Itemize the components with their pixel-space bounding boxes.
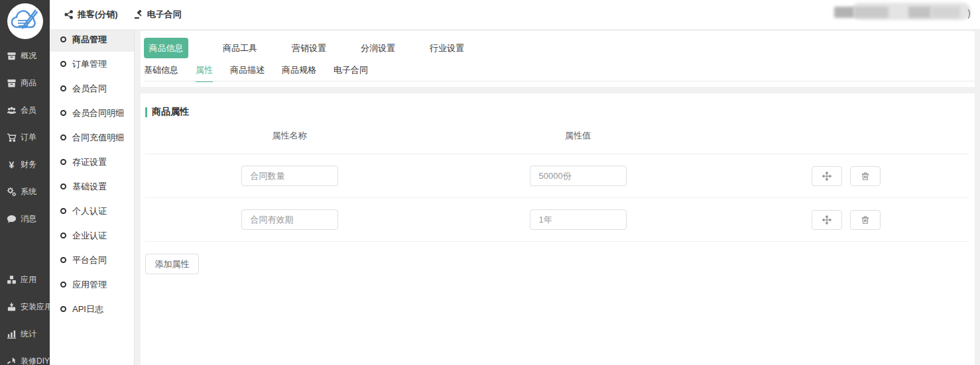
submenu-item-api-log[interactable]: API日志 bbox=[50, 297, 134, 321]
tab-marketing-settings[interactable]: 营销设置 bbox=[292, 42, 326, 54]
add-attribute-button[interactable]: 添加属性 bbox=[145, 254, 199, 274]
circle-icon bbox=[60, 208, 66, 214]
sidebar-item-members[interactable]: 会员 bbox=[0, 97, 50, 124]
tab-goods-tools[interactable]: 商品工具 bbox=[223, 42, 257, 54]
gavel-icon bbox=[134, 10, 143, 19]
attributes-card: 商品属性 属性名称 属性值 bbox=[141, 93, 975, 365]
primary-tabs: 商品信息 商品工具 营销设置 分润设置 行业设置 bbox=[141, 31, 975, 58]
sidebar-item-system[interactable]: 系统 bbox=[0, 178, 50, 205]
move-attr-button[interactable] bbox=[812, 166, 842, 186]
cloud-pen-logo-icon bbox=[7, 3, 44, 40]
tabs-card: 商品信息 商品工具 营销设置 分润设置 行业设置 基础信息 属性 商品描述 商品… bbox=[141, 31, 975, 87]
delete-attr-button[interactable] bbox=[850, 210, 881, 230]
sidebar-item-label: 安装应用 bbox=[21, 301, 50, 313]
sidebar-item-label: 订单 bbox=[21, 132, 36, 143]
sidebar-item-label: 消息 bbox=[21, 213, 36, 225]
sidebar-item-install-apps[interactable]: 安装应用 bbox=[0, 293, 50, 321]
circle-icon bbox=[60, 85, 66, 91]
sidebar-item-orders[interactable]: 订单 bbox=[0, 124, 50, 151]
sidebar-item-label: 统计 bbox=[21, 329, 36, 340]
circle-icon bbox=[60, 134, 66, 140]
submenu-item-personal-auth[interactable]: 个人认证 bbox=[50, 199, 134, 223]
redacted-block bbox=[834, 7, 854, 18]
submenu-item-label: 会员合同明细 bbox=[72, 107, 124, 119]
submenu-item-label: API日志 bbox=[72, 303, 103, 315]
attr-name-input[interactable] bbox=[241, 209, 338, 230]
tab-goods-info[interactable]: 商品信息 bbox=[144, 38, 188, 58]
secondary-tabs: 基础信息 属性 商品描述 商品规格 电子合同 bbox=[141, 64, 975, 82]
topbar-item-econtract[interactable]: 电子合同 bbox=[134, 9, 182, 21]
main-sidebar: 概况 商品 会员 订单 ¥ 财务 系统 消息 应用 安装应用 统计 装修DIY bbox=[0, 0, 50, 365]
circle-icon bbox=[60, 159, 66, 165]
orders-icon bbox=[7, 132, 17, 142]
sidebar-item-label: 概况 bbox=[21, 50, 36, 62]
submenu-item-platform-contract[interactable]: 平台合同 bbox=[50, 248, 134, 272]
section-accent-bar bbox=[145, 107, 147, 117]
submenu-item-evidence-settings[interactable]: 存证设置 bbox=[50, 150, 134, 174]
diy-icon bbox=[7, 356, 17, 365]
submenu-item-member-contract[interactable]: 会员合同 bbox=[50, 76, 134, 101]
table-row bbox=[145, 198, 969, 242]
sidebar-item-apps[interactable]: 应用 bbox=[0, 266, 50, 293]
sidebar-item-goods[interactable]: 商品 bbox=[0, 70, 50, 97]
system-icon bbox=[7, 187, 17, 197]
attributes-table: 属性名称 属性值 bbox=[145, 118, 969, 242]
circle-icon bbox=[60, 233, 66, 238]
attr-value-input[interactable] bbox=[530, 209, 627, 230]
topbar-item-label: 电子合同 bbox=[147, 9, 182, 21]
submenu-item-label: 个人认证 bbox=[72, 205, 107, 217]
sidebar-item-overview[interactable]: 概况 bbox=[0, 42, 50, 70]
sidebar-item-label: 会员 bbox=[21, 105, 36, 116]
sidebar-item-decorate-diy[interactable]: 装修DIY bbox=[0, 348, 50, 365]
submenu-item-label: 存证设置 bbox=[72, 156, 107, 168]
move-icon bbox=[822, 172, 831, 181]
app-logo[interactable] bbox=[0, 0, 50, 42]
redacted-block bbox=[854, 7, 888, 18]
user-info-redacted[interactable]: ) bbox=[830, 3, 971, 21]
share-icon bbox=[64, 10, 74, 19]
tab-basic-info[interactable]: 基础信息 bbox=[144, 64, 178, 82]
redacted-suffix: ) bbox=[967, 8, 971, 19]
attr-value-input[interactable] bbox=[530, 166, 627, 186]
move-attr-button[interactable] bbox=[812, 210, 842, 230]
redacted-block bbox=[931, 7, 960, 18]
circle-icon bbox=[60, 61, 66, 67]
sidebar-item-label: 系统 bbox=[21, 186, 36, 197]
sidebar-item-messages[interactable]: 消息 bbox=[0, 205, 50, 233]
submenu-item-label: 订单管理 bbox=[72, 58, 107, 70]
sidebar-item-label: 商品 bbox=[21, 78, 36, 89]
submenu-item-member-contract-detail[interactable]: 会员合同明细 bbox=[50, 101, 134, 125]
topbar-item-distribution[interactable]: 推客(分销) bbox=[64, 9, 118, 21]
sidebar-item-statistics[interactable]: 统计 bbox=[0, 321, 50, 348]
table-row bbox=[145, 154, 969, 198]
submenu-item-goods-manage[interactable]: 商品管理 bbox=[50, 27, 134, 52]
trash-icon bbox=[861, 215, 870, 225]
tab-goods-description[interactable]: 商品描述 bbox=[230, 64, 265, 82]
submenu-item-label: 应用管理 bbox=[72, 279, 107, 291]
install-icon bbox=[7, 302, 17, 312]
redacted-block bbox=[908, 7, 931, 18]
delete-attr-button[interactable] bbox=[850, 166, 881, 186]
circle-icon bbox=[60, 306, 66, 312]
trash-icon bbox=[861, 172, 870, 181]
message-icon bbox=[7, 214, 17, 224]
submenu-item-contract-recharge-detail[interactable]: 合同充值明细 bbox=[50, 125, 134, 150]
tab-industry-settings[interactable]: 行业设置 bbox=[430, 42, 464, 54]
sidebar-spacer bbox=[0, 233, 50, 266]
table-header-row: 属性名称 属性值 bbox=[145, 118, 969, 154]
tab-goods-spec[interactable]: 商品规格 bbox=[282, 64, 316, 82]
tab-e-contract[interactable]: 电子合同 bbox=[334, 64, 368, 82]
submenu-item-app-manage[interactable]: 应用管理 bbox=[50, 272, 134, 297]
sidebar-item-finance[interactable]: ¥ 财务 bbox=[0, 151, 50, 178]
submenu-item-order-manage[interactable]: 订单管理 bbox=[50, 52, 134, 76]
circle-icon bbox=[60, 36, 66, 42]
attr-name-input[interactable] bbox=[241, 166, 338, 186]
tab-attributes[interactable]: 属性 bbox=[196, 64, 213, 82]
submenu-item-basic-settings[interactable]: 基础设置 bbox=[50, 174, 134, 199]
tab-profit-settings[interactable]: 分润设置 bbox=[361, 42, 395, 54]
column-header-attr-name: 属性名称 bbox=[145, 130, 434, 142]
submenu-item-label: 商品管理 bbox=[72, 34, 107, 46]
submenu-item-label: 平台合同 bbox=[72, 254, 107, 266]
submenu-item-enterprise-auth[interactable]: 企业认证 bbox=[50, 223, 134, 248]
circle-icon bbox=[60, 110, 66, 116]
